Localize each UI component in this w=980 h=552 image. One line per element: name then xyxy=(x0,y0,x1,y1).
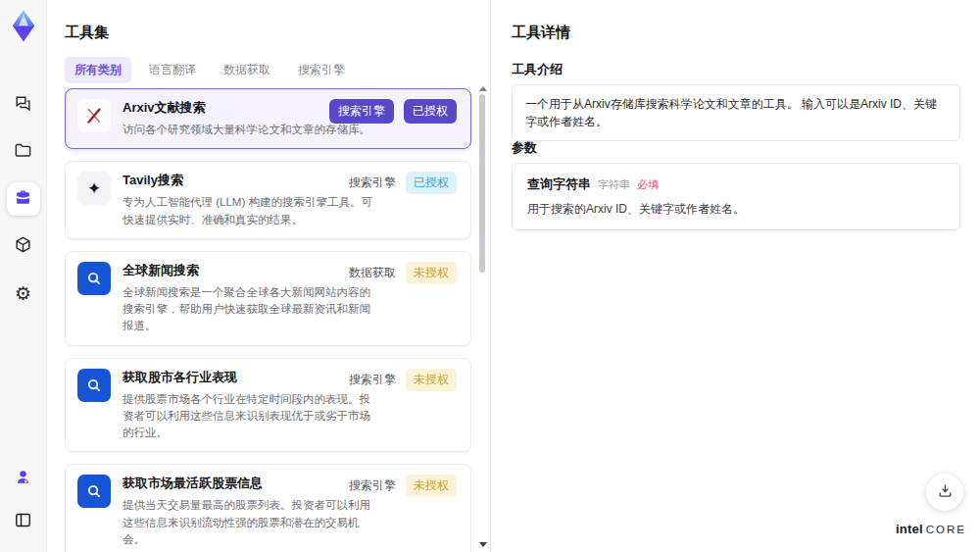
tool-description: 提供股票市场各个行业在特定时间段内的表现。投资者可以利用这些信息来识别表现优于或… xyxy=(122,391,375,442)
tab-all-categories[interactable]: 所有类别 xyxy=(65,57,131,83)
brand-core: CORE xyxy=(926,524,966,535)
auth-status-badge: 未授权 xyxy=(406,369,457,391)
tool-title: 全球新闻搜索 xyxy=(122,262,375,279)
auth-status-badge: 已授权 xyxy=(406,172,457,194)
tab-language-translation[interactable]: 语言翻译 xyxy=(139,57,206,83)
collapse-sidebar-button[interactable] xyxy=(7,505,40,538)
tool-title: 获取市场最活跃股票信息 xyxy=(122,475,375,492)
intro-text: 一个用于从Arxiv存储库搜索科学论文和文章的工具。 输入可以是Arxiv ID… xyxy=(512,84,960,141)
param-type: 字符串 xyxy=(598,177,630,192)
user-avatar[interactable] xyxy=(7,462,40,495)
scroll-up-icon[interactable] xyxy=(479,86,487,91)
page-title: 工具集 xyxy=(65,24,109,42)
param-required-badge: 必填 xyxy=(637,177,659,192)
folder-icon xyxy=(14,141,32,164)
tool-details-panel: 工具详情 工具介绍 一个用于从Arxiv存储库搜索科学论文和文章的工具。 输入可… xyxy=(490,0,980,552)
tool-card-most-active-stocks[interactable]: 获取市场最活跃股票信息 提供当天交易量最高的股票列表。投资者可以利用这些信息来识… xyxy=(65,464,471,552)
params-heading: 参数 xyxy=(512,139,537,157)
toolbox-icon xyxy=(14,188,32,211)
scroll-down-icon[interactable] xyxy=(479,542,487,547)
tool-card-arxiv[interactable]: Arxiv文献搜索 访问各个研究领域大量科学论文和文章的存储库。 搜索引擎 已授… xyxy=(65,88,471,149)
brand-intel: intel xyxy=(896,522,923,536)
sidebar-item-packages[interactable] xyxy=(7,229,40,263)
app-window: ⚙ xyxy=(0,0,980,552)
parameter-item: 查询字符串 字符串 必填 用于搜索的Arxiv ID、关键字或作者姓名。 xyxy=(512,163,960,230)
sidebar-item-files[interactable] xyxy=(7,135,40,169)
param-description: 用于搜索的Arxiv ID、关键字或作者姓名。 xyxy=(527,201,945,218)
tool-description: 全球新闻搜索是一个聚合全球各大新闻网站内容的搜索引擎，帮助用户快速获取全球最新资… xyxy=(122,284,375,335)
cube-icon xyxy=(14,235,32,258)
tool-title: 获取股市各行业表现 xyxy=(122,369,375,386)
panel-layout-icon xyxy=(14,511,32,533)
tool-description: 提供当天交易量最高的股票列表。投资者可以利用这些信息来识别流动性强的股票和潜在的… xyxy=(122,497,375,548)
tool-card-global-news[interactable]: 全球新闻搜索 全球新闻搜索是一个聚合全球各大新闻网站内容的搜索引擎，帮助用户快速… xyxy=(65,251,471,346)
news-search-icon xyxy=(77,262,111,295)
category-badge: 搜索引擎 xyxy=(329,99,394,124)
news-search-icon xyxy=(77,475,111,508)
category-tabs: 所有类别 语言翻译 数据获取 搜索引擎 xyxy=(65,57,355,83)
sidebar-item-tools[interactable] xyxy=(7,182,40,216)
tool-title: Tavily搜索 xyxy=(122,172,375,189)
category-badge: 搜索引擎 xyxy=(349,372,396,388)
intel-core-logo: intel CORE xyxy=(896,522,966,536)
sidebar: ⚙ xyxy=(0,0,47,552)
auth-status-badge: 已授权 xyxy=(404,99,457,124)
tools-panel: 工具集 所有类别 语言翻译 数据获取 搜索引擎 Arxiv文献搜索 访问各个研究… xyxy=(47,0,490,552)
category-badge: 搜索引擎 xyxy=(349,175,396,191)
tool-description: 访问各个研究领域大量科学论文和文章的存储库。 xyxy=(122,122,370,138)
scrollbar-thumb[interactable] xyxy=(479,94,485,273)
news-search-icon xyxy=(77,369,111,402)
intro-heading: 工具介绍 xyxy=(512,61,563,78)
tool-description: 专为人工智能代理 (LLM) 构建的搜索引擎工具。可快速提供实时、准确和真实的结… xyxy=(122,194,375,228)
auth-status-badge: 未授权 xyxy=(406,262,457,284)
category-badge: 搜索引擎 xyxy=(349,477,396,494)
download-icon xyxy=(937,482,954,503)
auth-status-badge: 未授权 xyxy=(406,475,457,497)
param-name: 查询字符串 xyxy=(527,176,591,193)
tool-card-sector-performance[interactable]: 获取股市各行业表现 提供股票市场各个行业在特定时间段内的表现。投资者可以利用这些… xyxy=(65,358,471,453)
chat-icon xyxy=(14,94,32,117)
tab-search-engine[interactable]: 搜索引擎 xyxy=(288,57,355,83)
list-scrollbar[interactable] xyxy=(477,88,487,539)
sidebar-item-settings[interactable]: ⚙ xyxy=(7,276,40,310)
tool-list: Arxiv文献搜索 访问各个研究领域大量科学论文和文章的存储库。 搜索引擎 已授… xyxy=(65,88,471,552)
tab-data-fetch[interactable]: 数据获取 xyxy=(214,57,280,83)
user-icon xyxy=(14,468,32,490)
details-title: 工具详情 xyxy=(512,24,570,42)
tool-card-tavily[interactable]: ✦ Tavily搜索 专为人工智能代理 (LLM) 构建的搜索引擎工具。可快速提… xyxy=(65,161,471,239)
gear-icon: ⚙ xyxy=(15,284,31,303)
sidebar-item-chat[interactable] xyxy=(7,88,40,122)
app-logo-icon xyxy=(9,10,38,41)
arxiv-logo-icon xyxy=(77,99,111,132)
category-badge: 数据获取 xyxy=(349,265,396,281)
sparkle-icon: ✦ xyxy=(77,172,111,205)
download-button[interactable] xyxy=(926,474,963,511)
